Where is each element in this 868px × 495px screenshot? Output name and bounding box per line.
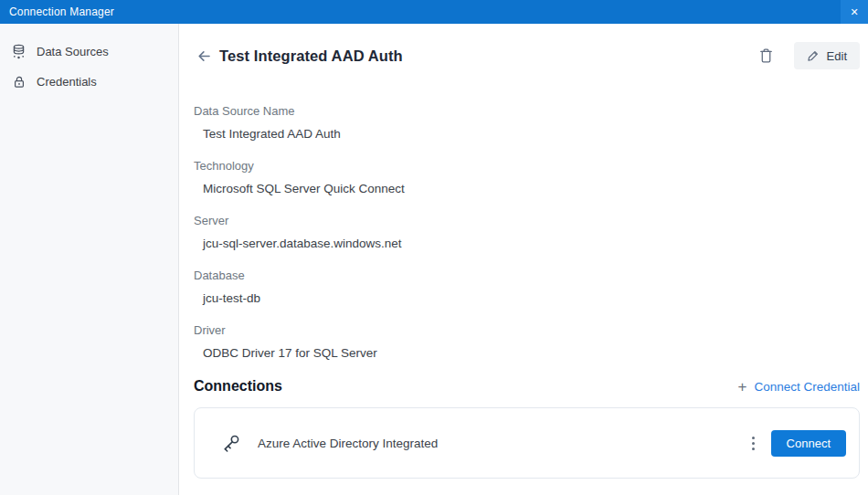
field-value: jcu-sql-server.database.windows.net [194,237,860,250]
field-data-source-name: Data Source Name Test Integrated AAD Aut… [194,104,860,141]
pencil-icon [807,49,820,62]
sidebar-item-data-sources[interactable]: Data Sources [0,37,178,67]
field-value: Microsoft SQL Server Quick Connect [194,182,860,195]
field-value: jcu-test-db [194,291,860,305]
connection-card: Azure Active Directory Integrated Connec… [194,407,860,479]
connect-credential-link[interactable]: + Connect Credential [737,379,860,395]
edit-button-label: Edit [827,49,847,63]
sidebar-item-credentials[interactable]: Credentials [0,67,178,97]
field-server: Server jcu-sql-server.database.windows.n… [194,214,860,250]
close-button[interactable]: ✕ [841,0,868,24]
field-label: Driver [194,323,860,337]
field-list: Data Source Name Test Integrated AAD Aut… [194,104,860,360]
titlebar: Connection Manager ✕ [0,0,868,24]
sidebar-item-label: Credentials [37,75,97,89]
back-button[interactable] [194,46,214,66]
connection-name: Azure Active Directory Integrated [258,437,438,450]
delete-button[interactable] [754,43,779,68]
connections-heading: Connections [194,378,282,395]
window-title: Connection Manager [0,5,114,18]
plus-icon: + [737,379,746,395]
edit-button[interactable]: Edit [794,42,860,69]
field-database: Database jcu-test-db [194,269,860,305]
connection-menu-button[interactable] [745,431,763,455]
detail-header: Test Integrated AAD Auth Edit [194,42,860,69]
database-icon [11,44,26,59]
key-icon [220,432,242,454]
trash-icon [758,47,774,64]
kebab-icon [752,437,755,439]
field-label: Server [194,214,860,227]
connect-credential-label: Connect Credential [754,380,860,394]
field-label: Technology [194,159,860,173]
detail-panel: Test Integrated AAD Auth Edit Data Sourc [179,24,868,495]
field-value: ODBC Driver 17 for SQL Server [194,346,860,360]
close-icon: ✕ [850,6,858,18]
field-label: Database [194,269,860,282]
field-driver: Driver ODBC Driver 17 for SQL Server [194,323,860,360]
field-label: Data Source Name [194,104,860,118]
sidebar: Data Sources Credentials [0,24,179,495]
lock-icon [11,74,26,90]
sidebar-item-label: Data Sources [37,45,109,58]
page-title: Test Integrated AAD Auth [219,47,403,65]
back-arrow-icon [196,48,212,64]
connect-button[interactable]: Connect [771,430,846,457]
field-technology: Technology Microsoft SQL Server Quick Co… [194,159,860,195]
app-body: Data Sources Credentials Test Integrated… [0,24,868,495]
field-value: Test Integrated AAD Auth [194,127,860,141]
connections-header: Connections + Connect Credential [194,378,860,395]
